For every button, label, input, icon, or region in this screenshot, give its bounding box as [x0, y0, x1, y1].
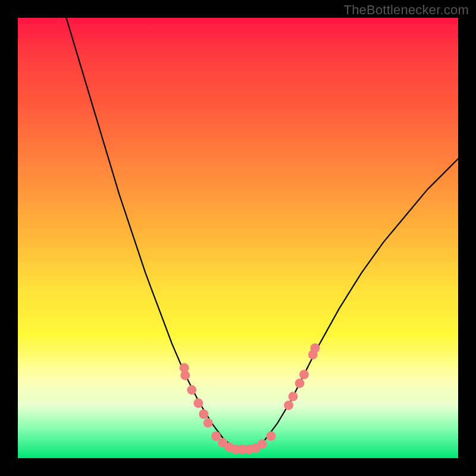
bottleneck-curve	[66, 18, 458, 449]
chart-stage: TheBottlenecker.com	[0, 0, 476, 476]
plot-area	[18, 18, 458, 458]
chart-svg	[18, 18, 458, 458]
highlight-dot	[258, 439, 267, 449]
highlight-dot	[267, 431, 276, 441]
highlight-dot	[289, 392, 298, 401]
highlight-dots	[180, 343, 320, 454]
highlight-dot	[311, 343, 320, 353]
highlight-dot	[299, 369, 309, 379]
highlight-dot	[203, 418, 213, 428]
highlight-dot	[193, 399, 203, 408]
highlight-dot	[295, 378, 305, 388]
highlight-dot	[199, 409, 208, 419]
highlight-dot	[187, 385, 196, 394]
watermark-text: TheBottlenecker.com	[344, 2, 469, 18]
highlight-dot	[284, 400, 293, 410]
highlight-dot	[180, 371, 190, 380]
